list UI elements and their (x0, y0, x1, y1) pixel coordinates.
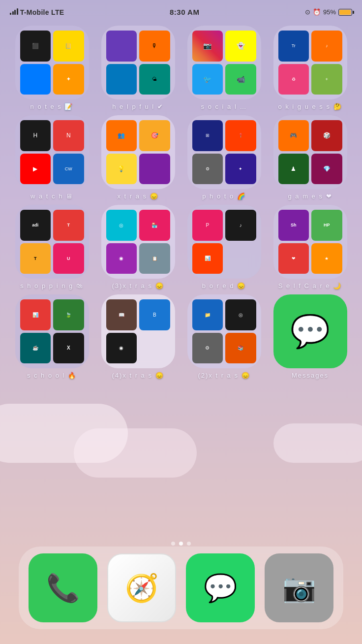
4xtras-label: (4)x t r a s 😞 (112, 372, 164, 379)
signal-icon (10, 8, 18, 15)
games-label: g a m e s ❤ (288, 193, 332, 200)
notes-label: n o t e s 📝 (30, 103, 74, 110)
dock-app-safari[interactable]: 🧭 (107, 553, 176, 622)
dock: 📞 🧭 💬 📷 (19, 547, 343, 629)
dock-app-whatsapp[interactable]: 💬 (186, 553, 255, 622)
alarm-icon: ⏰ (313, 8, 321, 16)
page-dots (0, 542, 362, 546)
carrier-info: T-Mobile LTE (10, 8, 64, 16)
app-row-4: 📊 🍃 ☕ X s c h o o l 🔥 📖 B ◉ (4)x t r a s… (14, 294, 348, 379)
battery-percent: 95% (323, 8, 336, 16)
clock: 8:30 AM (170, 8, 199, 16)
folder-school[interactable]: 📊 🍃 ☕ X s c h o o l 🔥 (14, 294, 90, 379)
2xtras-label: (2)x t r a s 😞 (198, 372, 250, 379)
app-messages[interactable]: 💬 Messages (272, 294, 348, 379)
folder-okiguess[interactable]: Tr ♪ ♻ + o k i g u e s s 🤔 (272, 26, 348, 110)
dock-app-camera[interactable]: 📷 (265, 553, 333, 622)
bored-label: b o r e d 😞 (202, 282, 246, 290)
folder-social[interactable]: 📷 👻 🐦 📹 s o c i a l … (186, 26, 262, 110)
xtras-label: x t r a s 😞 (117, 193, 158, 200)
page-dot-3 (187, 542, 191, 546)
3xtras-label: (3)x t r a s 😞 (112, 282, 164, 290)
dock-app-phone[interactable]: 📞 (29, 553, 97, 622)
photo-label: p h o t o 🌈 (202, 193, 246, 200)
folder-selfcare[interactable]: Sh HP ❤ ★ S e l f C a r e 🌙 (272, 205, 348, 290)
status-bar: T-Mobile LTE 8:30 AM ⊙ ⏰ 95% (0, 0, 362, 22)
folder-photo[interactable]: ⊞ 📍 ⚙ ✦ p h o t o 🌈 (186, 115, 262, 200)
folder-3xtras[interactable]: ◎ 🏪 ◉ 📋 (3)x t r a s 😞 (100, 205, 176, 290)
app-row-2: H N ▶ CW w a t c h 🖥 👥 🎯 💡 x t r a s 😞 (14, 115, 348, 200)
page-dot-1 (171, 542, 175, 546)
folder-notes[interactable]: ⬛ 📒 ✦ n o t e s 📝 (14, 26, 90, 110)
school-label: s c h o o l 🔥 (27, 372, 77, 379)
shopping-label: s h o p p i n g 🛍 (20, 282, 84, 290)
helpful-label: h e l p f u l ✔ (112, 103, 164, 110)
folder-helpful[interactable]: 🎙 🌤 h e l p f u l ✔ (100, 26, 176, 110)
selfcare-label: S e l f C a r e 🌙 (278, 282, 342, 290)
folder-bored[interactable]: P ♪ 📊 b o r e d 😞 (186, 205, 262, 290)
battery-icon (338, 9, 352, 16)
home-screen: ⬛ 📒 ✦ n o t e s 📝 � (0, 22, 362, 379)
messages-label: Messages (292, 372, 329, 379)
folder-games[interactable]: 🎮 🎲 ♟ 💎 g a m e s ❤ (272, 115, 348, 200)
page-dot-2 (179, 542, 183, 546)
folder-shopping[interactable]: adi T T U s h o p p i n g 🛍 (14, 205, 90, 290)
folder-4xtras[interactable]: 📖 B ◉ (4)x t r a s 😞 (100, 294, 176, 379)
social-label: s o c i a l … (201, 103, 247, 110)
folder-xtras[interactable]: 👥 🎯 💡 x t r a s 😞 (100, 115, 176, 200)
watch-label: w a t c h 🖥 (30, 193, 73, 200)
location-icon: ⊙ (305, 8, 310, 16)
folder-2xtras[interactable]: 📁 ◎ ⚙ 📚 (2)x t r a s 😞 (186, 294, 262, 379)
folder-watch[interactable]: H N ▶ CW w a t c h 🖥 (14, 115, 90, 200)
okiguess-label: o k i g u e s s 🤔 (278, 103, 342, 110)
app-row-1: ⬛ 📒 ✦ n o t e s 📝 � (14, 26, 348, 110)
app-row-3: adi T T U s h o p p i n g 🛍 ◎ 🏪 ◉ 📋 (3)x… (14, 205, 348, 290)
status-right: ⊙ ⏰ 95% (305, 8, 352, 16)
